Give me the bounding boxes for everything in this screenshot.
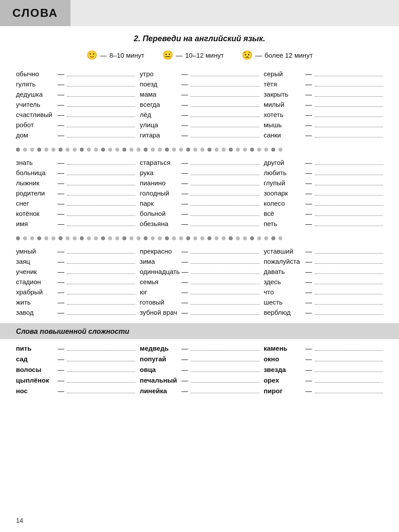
answer-line[interactable]	[191, 205, 259, 206]
answer-line[interactable]	[191, 226, 259, 226]
answer-line[interactable]	[191, 294, 259, 294]
answer-line[interactable]	[315, 86, 383, 86]
word-dash: —	[58, 179, 64, 187]
answer-line[interactable]	[315, 106, 383, 107]
separator-dot	[179, 148, 183, 152]
answer-line[interactable]	[191, 314, 259, 315]
answer-line[interactable]	[315, 185, 383, 185]
answer-line[interactable]	[67, 137, 135, 137]
answer-line[interactable]	[67, 253, 135, 254]
answer-line[interactable]	[67, 215, 135, 216]
answer-line[interactable]	[315, 226, 383, 226]
answer-line[interactable]	[191, 96, 259, 97]
answer-line[interactable]	[67, 86, 135, 86]
answer-line[interactable]	[67, 284, 135, 284]
answer-line[interactable]	[315, 361, 383, 361]
answer-line[interactable]	[315, 393, 383, 393]
answer-line[interactable]	[315, 127, 383, 127]
answer-line[interactable]	[315, 76, 383, 76]
answer-line[interactable]	[67, 263, 135, 264]
answer-line[interactable]	[191, 382, 259, 383]
answer-line[interactable]	[315, 137, 383, 137]
answer-line[interactable]	[191, 175, 259, 175]
answer-line[interactable]	[315, 96, 383, 97]
answer-line[interactable]	[191, 106, 259, 107]
answer-line[interactable]	[191, 76, 259, 76]
answer-line[interactable]	[67, 117, 135, 117]
answer-line[interactable]	[315, 372, 383, 372]
answer-line[interactable]	[67, 361, 135, 361]
word-item: дом —	[16, 131, 135, 139]
answer-line[interactable]	[315, 205, 383, 206]
answer-line[interactable]	[67, 127, 135, 127]
answer-line[interactable]	[191, 137, 259, 137]
word-dash: —	[58, 298, 64, 306]
answer-line[interactable]	[315, 294, 383, 294]
answer-line[interactable]	[315, 284, 383, 284]
answer-line[interactable]	[191, 361, 259, 361]
answer-line[interactable]	[315, 274, 383, 274]
answer-line[interactable]	[67, 274, 135, 274]
answer-line[interactable]	[315, 382, 383, 383]
answer-line[interactable]	[315, 263, 383, 264]
answer-line[interactable]	[67, 382, 135, 383]
separator-dot	[186, 236, 190, 240]
separator-dot	[73, 148, 77, 152]
separator-dot	[222, 236, 226, 240]
answer-line[interactable]	[67, 205, 135, 206]
word-russian: попугай	[140, 355, 180, 363]
word-russian: шесть	[264, 298, 304, 306]
answer-line[interactable]	[67, 96, 135, 97]
answer-line[interactable]	[191, 86, 259, 86]
answer-line[interactable]	[191, 274, 259, 274]
word-item: зима —	[140, 258, 259, 265]
word-item: дедушка —	[16, 90, 135, 98]
answer-line[interactable]	[67, 106, 135, 107]
answer-line[interactable]	[67, 164, 135, 165]
answer-line[interactable]	[315, 175, 383, 175]
word-russian: серый	[264, 70, 304, 78]
answer-line[interactable]	[191, 164, 259, 165]
answer-line[interactable]	[191, 393, 259, 393]
answer-line[interactable]	[191, 350, 259, 351]
answer-line[interactable]	[67, 76, 135, 76]
answer-line[interactable]	[67, 175, 135, 175]
answer-line[interactable]	[315, 164, 383, 165]
word-russian: милый	[264, 101, 304, 108]
bonus-grid: пить —медведь —камень —сад —попугай —окн…	[0, 344, 399, 395]
answer-line[interactable]	[315, 253, 383, 254]
answer-line[interactable]	[191, 215, 259, 216]
task-label: Переведи на английский язык.	[143, 34, 266, 43]
word-dash: —	[58, 70, 64, 78]
answer-line[interactable]	[67, 185, 135, 185]
separator-dot	[151, 236, 155, 240]
answer-line[interactable]	[315, 215, 383, 216]
answer-line[interactable]	[191, 253, 259, 254]
word-item: волосы —	[16, 366, 135, 373]
answer-line[interactable]	[315, 350, 383, 351]
answer-line[interactable]	[191, 263, 259, 264]
answer-line[interactable]	[315, 304, 383, 305]
answer-line[interactable]	[67, 314, 135, 315]
answer-line[interactable]	[67, 304, 135, 305]
answer-line[interactable]	[191, 185, 259, 185]
answer-line[interactable]	[315, 195, 383, 196]
answer-line[interactable]	[67, 372, 135, 372]
answer-line[interactable]	[191, 127, 259, 127]
answer-line[interactable]	[315, 314, 383, 315]
word-item: больница —	[16, 169, 135, 176]
answer-line[interactable]	[191, 372, 259, 372]
answer-line[interactable]	[67, 195, 135, 196]
answer-line[interactable]	[67, 294, 135, 294]
answer-line[interactable]	[315, 117, 383, 117]
word-russian: мышь	[264, 121, 304, 129]
answer-line[interactable]	[191, 284, 259, 284]
word-dash: —	[58, 247, 64, 255]
word-russian: печальный	[140, 376, 180, 384]
answer-line[interactable]	[67, 350, 135, 351]
answer-line[interactable]	[191, 304, 259, 305]
answer-line[interactable]	[67, 226, 135, 226]
answer-line[interactable]	[191, 195, 259, 196]
answer-line[interactable]	[191, 117, 259, 117]
answer-line[interactable]	[67, 393, 135, 393]
